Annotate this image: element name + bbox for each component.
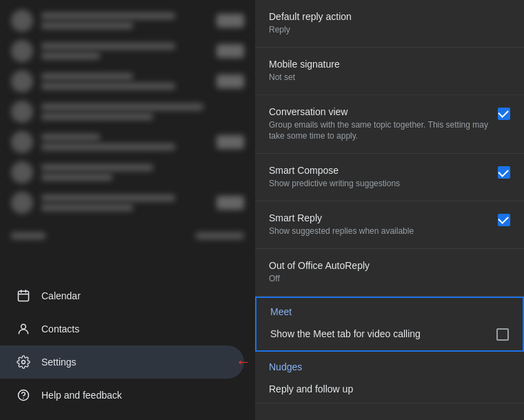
svg-rect-0 [19, 291, 29, 301]
smart-reply-checkbox[interactable] [498, 214, 510, 226]
avatar [11, 10, 33, 32]
nudges-section-header: Nudges [255, 352, 524, 375]
meet-tab-checkbox[interactable] [496, 328, 509, 341]
help-icon [17, 388, 30, 402]
out-of-office-subtitle: Off [269, 273, 510, 285]
contacts-icon [17, 322, 30, 336]
email-list [0, 0, 255, 274]
sidebar-item-calendar[interactable]: Calendar [0, 279, 244, 312]
mobile-sig-title: Mobile signature [269, 59, 510, 70]
nav-bottom: Calendar Contacts Settings ← [0, 274, 255, 420]
meet-section: Meet Show the Meet tab for video calling [255, 297, 524, 352]
sidebar-item-help[interactable]: Help and feedback [0, 379, 244, 412]
smart-compose-row: Smart Compose Show predictive writing su… [255, 154, 524, 201]
meet-tab-label: Show the Meet tab for video calling [270, 328, 421, 339]
settings-panel: Default reply action Reply Mobile signat… [255, 0, 524, 420]
conversation-view-title: Conversation view [269, 106, 490, 117]
avatar [11, 70, 33, 92]
sidebar: Calendar Contacts Settings ← [0, 0, 255, 420]
svg-point-5 [22, 361, 26, 364]
meet-tab-row: Show the Meet tab for video calling [256, 320, 523, 350]
avatar [11, 131, 33, 153]
svg-point-4 [21, 324, 26, 329]
out-of-office-title: Out of Office AutoReply [269, 260, 510, 271]
default-reply-row: Default reply action Reply [255, 0, 524, 48]
sidebar-item-contacts[interactable]: Contacts [0, 312, 244, 346]
settings-label: Settings [41, 357, 77, 368]
avatar [11, 40, 33, 62]
conversation-view-row: Conversation view Group emails with the … [255, 95, 524, 154]
default-reply-title: Default reply action [269, 11, 510, 22]
default-reply-subtitle: Reply [269, 24, 510, 36]
smart-reply-title: Smart Reply [269, 212, 490, 223]
nudges-reply-label: Reply and follow up [269, 383, 510, 394]
mobile-signature-row: Mobile signature Not set [255, 48, 524, 95]
nudges-reply-row: Reply and follow up [255, 375, 524, 403]
avatar [11, 161, 33, 183]
smart-reply-subtitle: Show suggested replies when available [269, 226, 490, 237]
smart-compose-subtitle: Show predictive writing suggestions [269, 178, 490, 190]
mobile-sig-subtitle: Not set [269, 72, 510, 83]
calendar-label: Calendar [41, 290, 81, 301]
settings-icon [17, 355, 30, 369]
contacts-label: Contacts [41, 323, 79, 334]
smart-compose-title: Smart Compose [269, 165, 490, 176]
meet-header: Meet [256, 298, 523, 320]
svg-point-6 [19, 390, 29, 401]
out-of-office-row: Out of Office AutoReply Off [255, 249, 524, 297]
meet-title: Meet [270, 306, 509, 317]
svg-point-7 [23, 398, 24, 399]
red-arrow-indicator: ← [236, 353, 251, 371]
smart-compose-checkbox[interactable] [498, 166, 510, 179]
sidebar-item-settings[interactable]: Settings ← [0, 346, 244, 379]
help-label: Help and feedback [41, 390, 122, 401]
conversation-view-checkbox[interactable] [498, 108, 510, 120]
conversation-view-subtitle: Group emails with the same topic togethe… [269, 119, 490, 143]
avatar [11, 101, 33, 123]
avatar [11, 192, 33, 214]
smart-reply-row: Smart Reply Show suggested replies when … [255, 201, 524, 249]
nudges-title: Nudges [269, 361, 510, 372]
calendar-icon [17, 289, 30, 303]
